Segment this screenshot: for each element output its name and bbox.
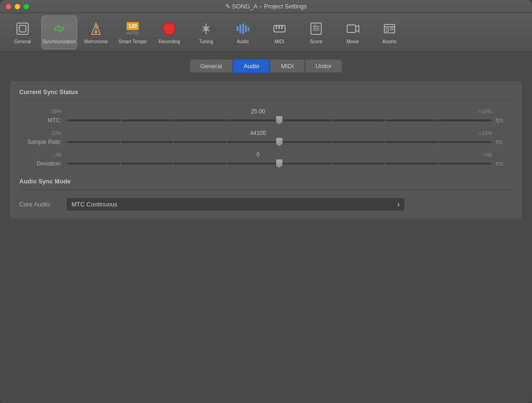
score-icon: 𝄞 <box>308 20 325 37</box>
sample-rate-slider-group: -10% 44100 +10% Sample Rate: <box>19 130 513 147</box>
svg-rect-14 <box>248 27 249 31</box>
toolbar-label-midi: MIDI <box>274 39 284 44</box>
mtc-slider-track <box>66 119 492 121</box>
core-audio-label: Core Audio: <box>19 201 66 208</box>
movie-icon <box>344 20 361 37</box>
sr-slider-thumb[interactable] <box>276 138 283 146</box>
svg-rect-18 <box>281 25 283 29</box>
core-audio-select[interactable]: MTC Continuous MTC Trigger MTC Trigger+A… <box>66 198 405 211</box>
svg-rect-0 <box>17 23 28 34</box>
svg-rect-16 <box>276 25 277 29</box>
tab-unitor[interactable]: Unitor <box>305 59 343 73</box>
svg-rect-11 <box>239 24 241 33</box>
dev-slider-track-wrap[interactable] <box>66 159 492 168</box>
mtc-min-label: -10% <box>19 109 62 114</box>
settings-panel: Current Sync Status -10% 25.00 +10% MTC: <box>9 80 523 219</box>
close-button[interactable] <box>6 4 11 9</box>
mtc-slider-track-wrap[interactable] <box>66 116 492 125</box>
svg-rect-1 <box>19 25 26 32</box>
tab-audio[interactable]: Audio <box>233 59 270 73</box>
toolbar-item-midi[interactable]: MIDI <box>262 16 297 49</box>
general-icon <box>14 20 31 37</box>
main-window: ✎ SONG_A – Project Settings General Sync… <box>0 0 532 403</box>
core-audio-select-wrapper: MTC Continuous MTC Trigger MTC Trigger+A… <box>66 198 405 211</box>
svg-rect-28 <box>390 28 393 30</box>
toolbar-item-tuning[interactable]: Tuning <box>188 16 224 49</box>
dev-max-label: +40 <box>450 152 492 158</box>
dev-slider-row: Deviation: <box>19 159 513 168</box>
dev-label: Deviation: <box>19 160 62 167</box>
tab-general[interactable]: General <box>190 59 233 73</box>
metronome-icon <box>87 20 104 37</box>
toolbar: General Synchronization Metr <box>0 13 532 52</box>
divider-sync <box>19 100 513 101</box>
sr-range-row: -10% 44100 +10% <box>19 130 513 136</box>
core-audio-row: Core Audio: MTC Continuous MTC Trigger M… <box>19 198 513 211</box>
tuning-icon <box>198 20 214 37</box>
svg-rect-13 <box>245 25 247 32</box>
sr-value: 44100 <box>66 130 450 136</box>
sr-max-label: +10% <box>450 130 492 136</box>
window-title: ✎ SONG_A – Project Settings <box>225 3 307 10</box>
toolbar-label-movie: Movie <box>347 39 359 44</box>
mtc-slider-row: MTC: <box>19 116 513 125</box>
sr-unit: Hz <box>496 139 513 145</box>
sr-slider-row: Sample Rate: <box>19 137 513 147</box>
toolbar-label-audio: Audio <box>237 39 249 44</box>
toolbar-label-recording: Recording <box>159 39 180 44</box>
toolbar-item-smart-tempo[interactable]: 120 AUTO Smart Tempo <box>115 16 151 49</box>
dev-slider-thumb[interactable] <box>276 159 283 168</box>
toolbar-item-audio[interactable]: Audio <box>225 16 261 49</box>
minimize-button[interactable] <box>15 4 20 9</box>
svg-rect-19 <box>311 23 321 34</box>
toolbar-label-metronome: Metronome <box>84 39 108 44</box>
toolbar-item-score[interactable]: 𝄞 Score <box>298 16 334 49</box>
toolbar-label-smart-tempo: Smart Tempo <box>119 39 146 44</box>
audio-sync-mode-section: Audio Sync Mode Core Audio: MTC Continuo… <box>19 178 513 211</box>
svg-rect-10 <box>237 26 238 31</box>
recording-icon <box>161 20 178 37</box>
midi-icon <box>271 20 288 37</box>
tab-bar: General Audio MIDI Unitor <box>9 59 523 73</box>
toolbar-label-tuning: Tuning <box>199 39 213 44</box>
dev-range-row: -40 0 +40 <box>19 151 513 158</box>
toolbar-label-general: General <box>14 39 31 44</box>
sync-status-title: Current Sync Status <box>19 88 513 95</box>
dev-unit: ms <box>496 160 513 167</box>
mtc-range-row: -10% 25.00 +10% <box>19 108 513 115</box>
mtc-slider-group: -10% 25.00 +10% MTC: <box>19 108 513 125</box>
sr-slider-track <box>66 141 492 143</box>
toolbar-item-recording[interactable]: Recording <box>151 16 187 49</box>
toolbar-item-general[interactable]: General <box>5 16 40 49</box>
toolbar-label-score: Score <box>310 39 322 44</box>
assets-icon <box>381 20 398 37</box>
toolbar-label-sync: Synchronization <box>42 39 76 44</box>
toolbar-item-synchronization[interactable]: Synchronization <box>41 16 77 49</box>
smart-tempo-icon: 120 AUTO <box>124 20 141 37</box>
svg-rect-12 <box>242 24 244 34</box>
sync-icon <box>51 20 68 37</box>
svg-rect-17 <box>278 25 280 29</box>
svg-rect-24 <box>347 25 356 32</box>
audio-sync-title: Audio Sync Mode <box>19 178 513 185</box>
mtc-label: MTC: <box>19 117 62 124</box>
deviation-slider-group: -40 0 +40 Deviation: <box>19 151 513 168</box>
mtc-max-label: +10% <box>450 109 492 114</box>
tab-midi[interactable]: MIDI <box>270 59 304 73</box>
mtc-value: 25.00 <box>66 108 450 115</box>
divider-audio-sync <box>19 190 513 190</box>
toolbar-item-metronome[interactable]: Metronome <box>78 16 114 49</box>
sr-slider-track-wrap[interactable] <box>66 137 492 147</box>
dev-value: 0 <box>66 151 450 158</box>
audio-icon <box>234 20 251 37</box>
mtc-slider-thumb[interactable] <box>276 116 283 125</box>
dev-min-label: -40 <box>19 152 62 158</box>
svg-rect-27 <box>386 28 389 32</box>
titlebar: ✎ SONG_A – Project Settings <box>0 0 532 13</box>
toolbar-item-movie[interactable]: Movie <box>335 16 371 49</box>
maximize-button[interactable] <box>24 4 29 9</box>
sr-min-label: -10% <box>19 130 62 136</box>
svg-rect-5 <box>95 31 97 33</box>
toolbar-item-assets[interactable]: Assets <box>372 16 407 49</box>
traffic-lights <box>6 4 29 9</box>
